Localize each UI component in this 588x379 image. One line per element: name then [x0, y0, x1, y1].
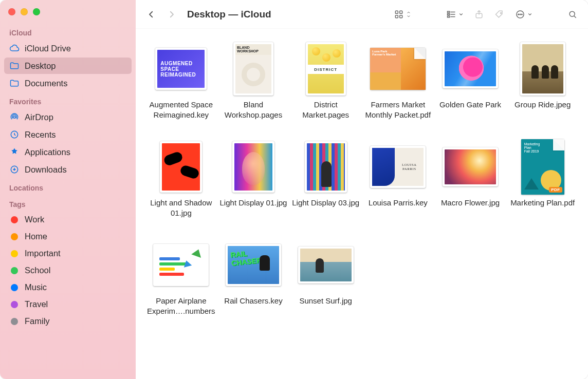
tag-dot-icon	[11, 318, 18, 325]
file-name-label: Sunset Surf.jpg	[299, 296, 352, 306]
svg-rect-7	[448, 11, 450, 13]
close-window-button[interactable]	[8, 8, 15, 15]
sidebar-item-label: Desktop	[25, 61, 56, 71]
file-item[interactable]: MarketingPlanFall 2019PDF Marketing Plan…	[507, 141, 578, 218]
file-name-label: Bland Workshop.pages	[218, 100, 289, 120]
share-button[interactable]	[471, 9, 487, 20]
file-thumbnail: RAILCHASERS	[226, 239, 281, 291]
svg-point-0	[13, 116, 15, 118]
sidebar-item-documents[interactable]: Documents	[4, 75, 132, 91]
file-name-label: Group Ride.jpeg	[514, 100, 571, 110]
svg-point-14	[500, 12, 501, 13]
sidebar-item-label: Important	[25, 249, 61, 258]
cloud-icon	[9, 43, 20, 53]
sidebar-tag-home[interactable]: Home	[4, 229, 132, 244]
zoom-window-button[interactable]	[33, 8, 40, 15]
file-name-label: Golden Gate Park	[439, 100, 501, 110]
file-item[interactable]: Light Display 03.jpg	[290, 141, 361, 218]
finder-window: iCloud iCloud Drive Desktop Documents Fa…	[0, 0, 588, 379]
sidebar-item-icloud-drive[interactable]: iCloud Drive	[4, 40, 132, 56]
file-item[interactable]: Light Display 01.jpg	[218, 141, 289, 218]
sidebar-item-label: Home	[25, 232, 47, 241]
minimize-window-button[interactable]	[21, 8, 28, 15]
forward-button[interactable]	[163, 7, 180, 22]
view-mode-button[interactable]	[391, 9, 414, 20]
svg-rect-3	[395, 11, 398, 13]
sidebar-item-applications[interactable]: Applications	[4, 144, 132, 160]
file-item[interactable]: Sunset Surf.jpg	[290, 239, 361, 316]
tag-dot-icon	[11, 267, 18, 274]
svg-rect-9	[448, 16, 450, 17]
tag-dot-icon	[11, 301, 18, 308]
file-name-label: Macro Flower.jpg	[441, 198, 500, 208]
sidebar-item-label: AirDrop	[25, 112, 53, 122]
sidebar-item-recents[interactable]: Recents	[4, 126, 132, 143]
file-item[interactable]: Golden Gate Park	[435, 43, 506, 120]
file-item[interactable]: AUGMENEDSPACEREIMAGINED Augmented Space …	[146, 43, 216, 120]
sidebar-item-downloads[interactable]: Downloads	[4, 161, 132, 178]
action-menu-button[interactable]	[512, 9, 536, 20]
svg-point-17	[520, 14, 521, 15]
sidebar-tag-music[interactable]: Music	[4, 279, 132, 295]
sidebar-item-label: School	[25, 266, 50, 275]
sidebar-item-desktop[interactable]: Desktop	[4, 58, 132, 74]
file-thumbnail	[226, 141, 281, 193]
sidebar-tag-family[interactable]: Family	[4, 313, 132, 329]
sidebar-item-airdrop[interactable]: AirDrop	[4, 109, 132, 125]
sidebar-item-label: Documents	[25, 79, 67, 88]
file-name-label: Augmented Space Reimagined.key	[146, 100, 216, 120]
tag-dot-icon	[11, 250, 18, 257]
tags-button[interactable]	[491, 9, 508, 20]
window-controls	[4, 6, 132, 23]
sidebar-section-locations: Locations	[4, 179, 132, 194]
file-item[interactable]: Macro Flower.jpg	[435, 141, 506, 218]
sidebar: iCloud iCloud Drive Desktop Documents Fa…	[0, 0, 136, 379]
file-item[interactable]: RAILCHASERS Rail Chasers.key	[218, 239, 289, 316]
file-name-label: Marketing Plan.pdf	[510, 198, 575, 208]
file-thumbnail	[443, 43, 498, 94]
svg-rect-4	[400, 11, 402, 13]
group-by-button[interactable]	[443, 9, 467, 20]
search-button[interactable]	[564, 9, 581, 20]
file-name-label: District Market.pages	[290, 100, 361, 120]
svg-line-20	[574, 15, 576, 17]
folder-icon	[9, 61, 20, 71]
sidebar-tag-travel[interactable]: Travel	[4, 296, 132, 312]
file-name-label: Rail Chasers.key	[224, 296, 282, 306]
file-item[interactable]: Luna ParkFarmer's Market Farmers Market …	[363, 43, 433, 120]
file-item[interactable]: Group Ride.jpeg	[507, 43, 578, 120]
sidebar-tag-important[interactable]: Important	[4, 245, 132, 261]
sidebar-tag-work[interactable]: Work	[4, 212, 132, 228]
sidebar-tag-school[interactable]: School	[4, 262, 132, 278]
file-thumbnail	[515, 43, 571, 94]
file-thumbnail: LOUISAPARRIS	[370, 141, 426, 193]
sidebar-item-label: iCloud Drive	[25, 44, 71, 53]
file-name-label: Light Display 03.jpg	[292, 198, 359, 208]
file-name-label: Farmers Market Monthly Packet.pdf	[363, 100, 433, 120]
tag-dot-icon	[11, 216, 18, 223]
file-thumbnail	[153, 239, 209, 291]
svg-point-19	[569, 11, 575, 16]
file-name-label: Light Display 01.jpg	[220, 198, 287, 208]
file-item[interactable]: DISTRICT District Market.pages	[290, 43, 361, 120]
file-grid-area[interactable]: AUGMENEDSPACEREIMAGINED Augmented Space …	[136, 29, 588, 379]
apps-icon	[9, 147, 20, 157]
file-item[interactable]: Paper Airplane Experim….numbers	[146, 239, 216, 316]
sidebar-section-icloud: iCloud	[4, 24, 132, 39]
back-button[interactable]	[143, 7, 159, 22]
main-pane: Desktop — iCloud	[136, 0, 588, 379]
file-item[interactable]: BLAND WORKSHOP Bland Workshop.pages	[218, 43, 289, 120]
svg-rect-5	[395, 15, 398, 17]
sidebar-section-favorites: Favorites	[4, 92, 132, 108]
file-item[interactable]: LOUISAPARRIS Louisa Parris.key	[363, 141, 433, 218]
file-thumbnail	[298, 239, 354, 291]
clock-icon	[9, 129, 20, 140]
file-item[interactable]: Light and Shadow 01.jpg	[146, 141, 216, 218]
tag-dot-icon	[11, 284, 18, 291]
file-thumbnail	[443, 141, 498, 193]
file-thumbnail: DISTRICT	[298, 43, 354, 94]
sidebar-item-label: Downloads	[25, 165, 67, 175]
sidebar-section-tags: Tags	[4, 195, 132, 211]
toolbar: Desktop — iCloud	[136, 0, 588, 29]
sidebar-item-label: Family	[25, 316, 50, 326]
